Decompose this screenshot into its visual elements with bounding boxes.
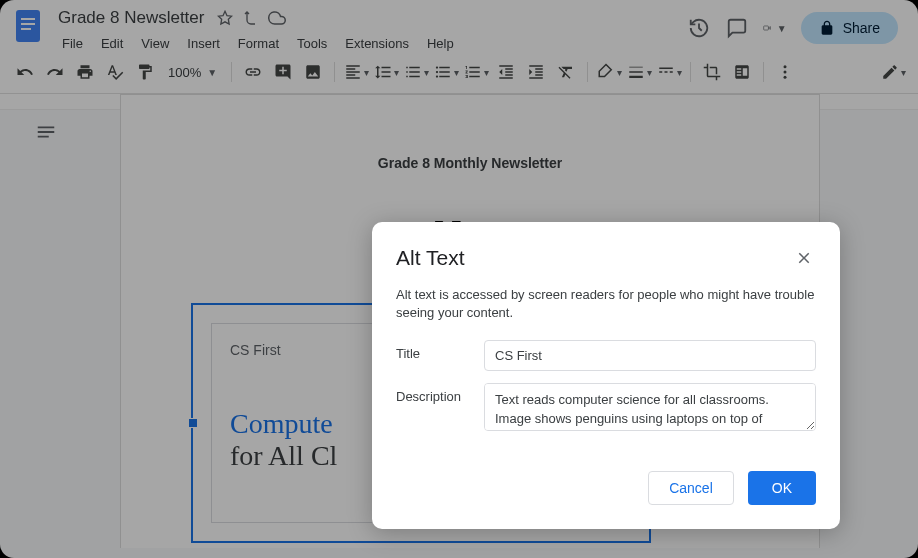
- svg-point-16: [784, 76, 787, 79]
- close-icon: [795, 249, 813, 267]
- outline-toggle-icon[interactable]: [32, 118, 60, 146]
- svg-rect-11: [659, 71, 662, 73]
- lock-icon: [819, 20, 835, 36]
- svg-rect-3: [21, 28, 31, 30]
- svg-rect-8: [629, 71, 643, 73]
- crop-button[interactable]: [699, 59, 725, 85]
- menu-extensions[interactable]: Extensions: [337, 32, 417, 55]
- share-label: Share: [843, 20, 880, 36]
- svg-point-15: [784, 71, 787, 74]
- line-spacing-button[interactable]: ▾: [373, 59, 399, 85]
- svg-rect-7: [629, 67, 643, 68]
- print-button[interactable]: [72, 59, 98, 85]
- redo-button[interactable]: [42, 59, 68, 85]
- numbered-list-button[interactable]: ▾: [463, 59, 489, 85]
- svg-rect-2: [21, 23, 35, 25]
- meet-icon[interactable]: ▼: [763, 16, 787, 40]
- dialog-description: Alt text is accessed by screen readers f…: [396, 286, 816, 322]
- svg-rect-10: [659, 68, 673, 70]
- undo-button[interactable]: [12, 59, 38, 85]
- svg-rect-5: [763, 26, 768, 30]
- menu-format[interactable]: Format: [230, 32, 287, 55]
- border-weight-button[interactable]: ▾: [626, 59, 652, 85]
- description-field-label: Description: [396, 383, 484, 431]
- title-input[interactable]: [484, 340, 816, 371]
- svg-rect-0: [16, 10, 40, 42]
- zoom-select[interactable]: 100%▼: [162, 63, 223, 82]
- svg-marker-4: [219, 11, 232, 24]
- document-title[interactable]: Grade 8 Newsletter: [54, 6, 208, 30]
- cloud-status-icon[interactable]: [268, 9, 286, 27]
- menu-insert[interactable]: Insert: [179, 32, 228, 55]
- title-area: Grade 8 Newsletter File Edit View Insert…: [54, 6, 687, 55]
- app-header: Grade 8 Newsletter File Edit View Insert…: [0, 0, 918, 55]
- history-icon[interactable]: [687, 16, 711, 40]
- border-color-button[interactable]: ▾: [596, 59, 622, 85]
- menu-bar: File Edit View Insert Format Tools Exten…: [54, 32, 687, 55]
- clear-formatting-button[interactable]: [553, 59, 579, 85]
- decrease-indent-button[interactable]: [493, 59, 519, 85]
- description-input[interactable]: [484, 383, 816, 431]
- bulleted-list-button[interactable]: ▾: [433, 59, 459, 85]
- ok-button[interactable]: OK: [748, 471, 816, 505]
- increase-indent-button[interactable]: [523, 59, 549, 85]
- toolbar: 100%▼ ▾ ▾ ▾ ▾ ▾ ▾ ▾ ▾ ▾: [0, 55, 918, 94]
- title-field-label: Title: [396, 340, 484, 371]
- menu-file[interactable]: File: [54, 32, 91, 55]
- spellcheck-button[interactable]: [102, 59, 128, 85]
- comments-icon[interactable]: [725, 16, 749, 40]
- share-button[interactable]: Share: [801, 12, 898, 44]
- menu-edit[interactable]: Edit: [93, 32, 131, 55]
- paint-format-button[interactable]: [132, 59, 158, 85]
- align-button[interactable]: ▾: [343, 59, 369, 85]
- menu-tools[interactable]: Tools: [289, 32, 335, 55]
- svg-rect-9: [629, 76, 643, 78]
- docs-logo-icon[interactable]: [12, 6, 44, 46]
- svg-rect-1: [21, 18, 35, 20]
- move-icon[interactable]: [242, 9, 260, 27]
- svg-rect-12: [664, 71, 667, 73]
- menu-view[interactable]: View: [133, 32, 177, 55]
- svg-point-14: [784, 65, 787, 68]
- dialog-title: Alt Text: [396, 246, 464, 270]
- svg-rect-13: [669, 71, 672, 73]
- insert-link-button[interactable]: [240, 59, 266, 85]
- alt-text-dialog: Alt Text Alt text is accessed by screen …: [372, 222, 840, 529]
- cancel-button[interactable]: Cancel: [648, 471, 734, 505]
- image-options-button[interactable]: [729, 59, 755, 85]
- border-dash-button[interactable]: ▾: [656, 59, 682, 85]
- add-comment-button[interactable]: [270, 59, 296, 85]
- menu-help[interactable]: Help: [419, 32, 462, 55]
- star-icon[interactable]: [216, 9, 234, 27]
- editing-mode-button[interactable]: ▾: [880, 59, 906, 85]
- close-button[interactable]: [792, 246, 816, 270]
- page-header: Grade 8 Monthly Newsletter: [201, 155, 739, 171]
- overflow-menu-button[interactable]: [772, 59, 798, 85]
- checklist-button[interactable]: ▾: [403, 59, 429, 85]
- insert-image-button[interactable]: [300, 59, 326, 85]
